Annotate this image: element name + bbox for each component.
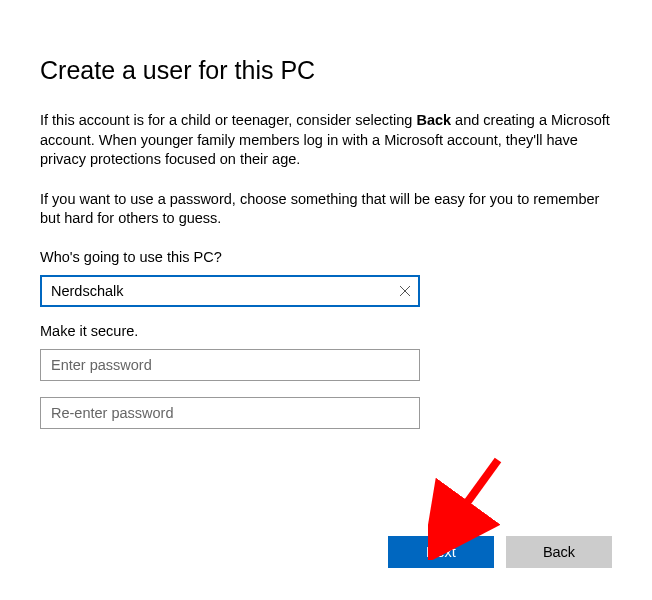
secure-label: Make it secure. [40, 323, 612, 339]
intro-paragraph-2: If you want to use a password, choose so… [40, 190, 612, 229]
intro-text-1a: If this account is for a child or teenag… [40, 112, 416, 128]
username-input[interactable] [40, 275, 420, 307]
next-button[interactable]: Next [388, 536, 494, 568]
intro-text-bold: Back [416, 112, 451, 128]
svg-line-3 [440, 460, 498, 540]
password-confirm-input[interactable] [40, 397, 420, 429]
intro-paragraph-1: If this account is for a child or teenag… [40, 111, 612, 170]
back-button[interactable]: Back [506, 536, 612, 568]
clear-icon[interactable] [398, 284, 412, 298]
page-title: Create a user for this PC [40, 56, 612, 85]
password-input[interactable] [40, 349, 420, 381]
username-label: Who's going to use this PC? [40, 249, 612, 265]
